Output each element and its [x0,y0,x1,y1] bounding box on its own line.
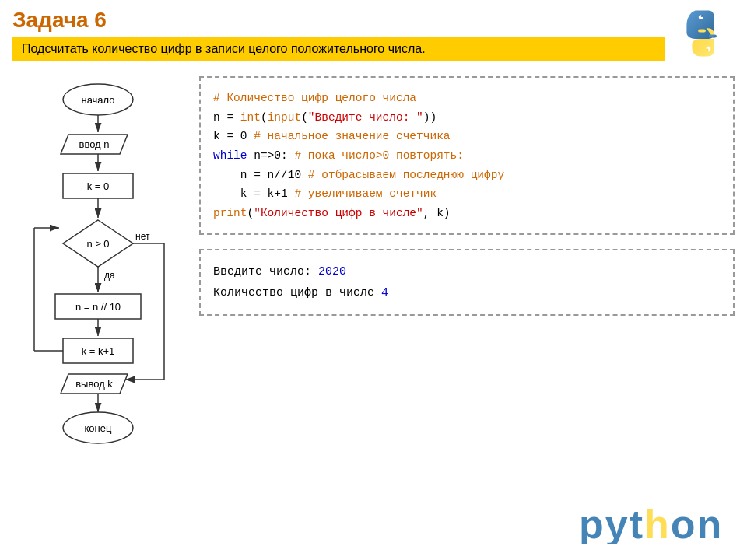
svg-text:нет: нет [135,231,150,242]
svg-text:начало: начало [81,94,114,106]
output-line-2: Количество цифр в числе 4 [213,282,721,303]
code-line-3: k = 0 # начальное значение счетчика [213,127,721,146]
code-line-2: n = int(input("Введите число: ")) [213,108,721,128]
output-box: Введите число: 2020 Количество цифр в чи… [199,249,735,316]
output-label-1: Введите число: [213,265,318,278]
svg-text:k = 0: k = 0 [87,180,110,192]
svg-text:ввод n: ввод n [79,138,109,150]
svg-text:вывод k: вывод k [75,378,113,390]
comment-1: # Количество цифр целого числа [213,92,416,104]
svg-rect-5 [698,29,706,32]
svg-text:конец: конец [85,422,112,434]
code-line-5: n = n//10 # отбрасываем последнюю цифру [213,166,721,185]
flowchart-svg: начало ввод n k = 0 n ≥ 0 нет да [12,76,184,457]
svg-point-1 [701,15,703,17]
output-label-2: Количество цифр в числе [213,286,381,299]
output-line-1: Введите число: 2020 [213,261,721,282]
svg-text:да: да [104,270,115,281]
svg-text:k = k+1: k = k+1 [82,345,115,357]
page-title: Задача 6 [12,8,735,33]
svg-rect-4 [709,34,717,37]
output-value-2: 4 [381,286,388,299]
header: Задача 6 Подсчитать количество цифр в за… [0,0,747,65]
svg-point-3 [707,49,709,51]
svg-text:n = n // 10: n = n // 10 [75,301,121,313]
flowchart: начало ввод n k = 0 n ≥ 0 нет да [12,76,184,460]
code-line-6: k = k+1 # увеличиваем счетчик [213,184,721,204]
right-panel: # Количество цифр целого числа n = int(i… [199,76,735,460]
main-content: начало ввод n k = 0 n ≥ 0 нет да [0,68,747,468]
code-line-4: while n=>0: # пока число>0 повторять: [213,146,721,166]
python-logo-top [680,6,735,61]
svg-text:n ≥ 0: n ≥ 0 [87,238,110,250]
svg-text:python: python [579,502,723,544]
output-value-1: 2020 [318,265,346,278]
code-line-7: print("Количество цифр в числе", k) [213,204,721,223]
code-line-1: # Количество цифр целого числа [213,89,721,108]
python-logo-bottom: python [579,498,735,548]
subtitle-bar: Подсчитать количество цифр в записи цело… [12,37,665,61]
code-box: # Количество цифр целого числа n = int(i… [199,76,735,235]
